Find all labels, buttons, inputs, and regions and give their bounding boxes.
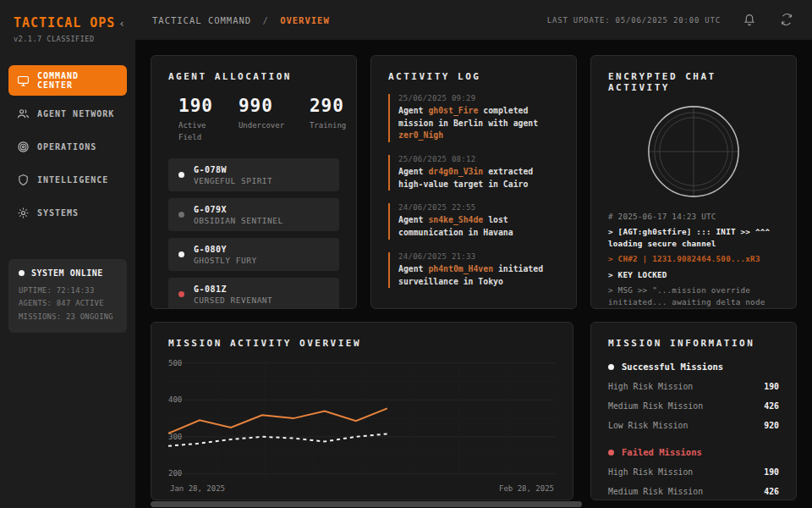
nav-label: OPERATIONS bbox=[37, 142, 96, 152]
stat-label: Undercover bbox=[239, 120, 284, 132]
last-update-text: LAST UPDATE: 05/06/2025 20:00 UTC bbox=[547, 16, 721, 25]
group-label: Successful Missions bbox=[622, 362, 723, 372]
agent-handle: gh0st_Fire bbox=[428, 106, 478, 115]
agent-codename: CURSED REVENANT bbox=[194, 295, 272, 305]
refresh-button[interactable] bbox=[780, 13, 795, 28]
mission-stat-label: Medium Risk Mission bbox=[608, 487, 703, 496]
card-title: AGENT ALLOCATION bbox=[168, 71, 339, 82]
agent-status-dot bbox=[178, 212, 184, 218]
target-icon bbox=[17, 141, 30, 153]
topbar: TACTICAL COMMAND / OVERVIEW LAST UPDATE:… bbox=[135, 0, 812, 40]
stat-undercover: 990 Undercover bbox=[239, 96, 284, 143]
nav-item-intelligence[interactable]: INTELLIGENCE bbox=[8, 164, 127, 195]
nav-label: INTELLIGENCE bbox=[37, 175, 108, 185]
log-entry: 25/06/2025 09:29 Agent gh0st_Fire comple… bbox=[388, 94, 559, 142]
chart-title: MISSION ACTIVITY OVERVIEW bbox=[168, 338, 556, 349]
mission-stat-row: Medium Risk Mission 426 bbox=[608, 487, 779, 496]
terminal-line: > MSG >> "...mission override initiated.… bbox=[608, 284, 779, 309]
stat-value: 290 bbox=[310, 96, 346, 116]
radar-graphic bbox=[608, 102, 779, 202]
nav-label: AGENT NETWORK bbox=[37, 109, 114, 119]
mission-stat-label: High Risk Mission bbox=[608, 467, 693, 477]
sidebar-nav: COMMAND CENTER AGENT NETWORK OPERATIONS … bbox=[8, 65, 127, 230]
bell-icon bbox=[743, 13, 756, 26]
x-axis-start-label: Jan 28, 2025 bbox=[170, 484, 225, 493]
users-icon bbox=[17, 108, 30, 120]
x-axis-end-label: Feb 28, 2025 bbox=[499, 484, 554, 493]
log-timestamp: 25/06/2025 08:12 bbox=[398, 155, 559, 163]
agent-code: G-080Y bbox=[194, 245, 257, 254]
nav-item-operations[interactable]: OPERATIONS bbox=[8, 131, 127, 162]
nav-label: SYSTEMS bbox=[37, 208, 79, 218]
sidebar-collapse-icon[interactable]: ‹ bbox=[118, 17, 125, 30]
log-entry: 24/06/2025 22:55 Agent sn4ke_Sh4de lost … bbox=[388, 203, 559, 239]
breadcrumb-current: OVERVIEW bbox=[280, 15, 330, 25]
terminal-line: > CH#2 | 1231.9082464.500...xR3 bbox=[608, 253, 779, 264]
log-entry: 25/06/2025 08:12 Agent dr4g0n_V3in extra… bbox=[388, 155, 559, 190]
activity-log-list[interactable]: 25/06/2025 09:29 Agent gh0st_Fire comple… bbox=[388, 94, 559, 293]
notifications-button[interactable] bbox=[743, 13, 758, 28]
log-message: Agent ph4nt0m_H4ven initiated surveillan… bbox=[398, 263, 559, 288]
agent-status-dot bbox=[178, 172, 184, 178]
nav-item-command-center[interactable]: COMMAND CENTER bbox=[8, 65, 127, 96]
terminal-line: > [AGT:gh0stfire] ::: INIT >> ^^^ loadin… bbox=[608, 226, 779, 249]
mission-stat-row: Medium Risk Mission 426 bbox=[608, 401, 779, 411]
agent-codename: GHOSTLY FURY bbox=[194, 256, 257, 265]
breadcrumb: TACTICAL COMMAND / OVERVIEW bbox=[152, 15, 330, 25]
failed-missions-header: Failed Missions bbox=[608, 447, 779, 457]
log-message: Agent sn4ke_Sh4de lost communication in … bbox=[398, 214, 559, 239]
missions-value: MISSIONS: 23 ONGOING bbox=[19, 311, 117, 323]
status-dot bbox=[608, 450, 614, 456]
x-axis-labels: Jan 28, 2025 Feb 28, 2025 bbox=[168, 481, 556, 493]
agent-row[interactable]: G-078W VENGEFUL SPIRIT bbox=[168, 158, 339, 191]
nav-item-systems[interactable]: SYSTEMS bbox=[8, 197, 127, 228]
stat-value: 190 bbox=[178, 96, 213, 116]
chart-plot-area bbox=[168, 357, 556, 481]
agent-status-dot bbox=[178, 291, 184, 297]
agent-list: G-078W VENGEFUL SPIRIT G-079X OBSIDIAN S… bbox=[168, 158, 339, 309]
mission-stat-row: High Risk Mission 190 bbox=[608, 467, 779, 477]
agent-code: G-081Z bbox=[194, 284, 272, 294]
mission-stat-value: 426 bbox=[764, 487, 779, 496]
refresh-icon bbox=[780, 13, 793, 26]
agent-row[interactable]: G-080Y GHOSTLY FURY bbox=[168, 238, 339, 271]
agent-row[interactable]: G-081Z CURSED REVENANT bbox=[168, 278, 339, 309]
terminal-feed: # 2025-06-17 14:23 UTC > [AGT:gh0stfire]… bbox=[608, 207, 779, 309]
successful-missions-header: Successful Missions bbox=[608, 362, 779, 372]
breadcrumb-root[interactable]: TACTICAL COMMAND bbox=[152, 15, 251, 25]
nav-item-agent-network[interactable]: AGENT NETWORK bbox=[8, 98, 127, 129]
agent-handle: sn4ke_Sh4de bbox=[428, 215, 483, 224]
card-title: ENCRYPTED CHAT ACTIVITY bbox=[608, 71, 779, 93]
sidebar: TACTICAL OPS v2.1.7 CLASSIFIED ‹ COMMAND… bbox=[0, 0, 135, 508]
mission-stat-label: Medium Risk Mission bbox=[608, 401, 703, 411]
mission-activity-chart-card: MISSION ACTIVITY OVERVIEW 500400300200 J… bbox=[151, 322, 573, 500]
log-entry: 24/06/2025 21:33 Agent ph4nt0m_H4ven ini… bbox=[388, 252, 559, 288]
line-chart[interactable]: 500400300200 bbox=[168, 357, 556, 481]
agent-codename: VENGEFUL SPIRIT bbox=[194, 176, 272, 185]
nav-label: COMMAND CENTER bbox=[37, 71, 118, 90]
agent-row[interactable]: G-079X OBSIDIAN SENTINEL bbox=[168, 198, 339, 231]
gear-icon bbox=[17, 207, 30, 219]
mission-stat-value: 426 bbox=[764, 401, 779, 411]
agent-handle: ph4nt0m_H4ven bbox=[428, 264, 493, 273]
stat-label: Training bbox=[310, 120, 346, 132]
y-axis-tick: 500 bbox=[168, 359, 182, 367]
agent-codename: OBSIDIAN SENTINEL bbox=[194, 216, 283, 225]
shield-icon bbox=[17, 174, 30, 186]
agent-status-dot bbox=[178, 251, 184, 257]
agent-allocation-card: AGENT ALLOCATION 190 Active Field 990 Un… bbox=[151, 55, 357, 309]
activity-log-card: ACTIVITY LOG 25/06/2025 09:29 Agent gh0s… bbox=[370, 55, 577, 309]
horizontal-scrollbar-thumb[interactable] bbox=[151, 501, 582, 507]
system-status-title: SYSTEM ONLINE bbox=[31, 268, 103, 278]
y-axis-tick: 200 bbox=[168, 469, 182, 478]
agent-handle: zer0_Nigh bbox=[398, 130, 443, 140]
log-timestamp: 25/06/2025 09:29 bbox=[398, 94, 559, 102]
uptime-value: UPTIME: 72:14:33 bbox=[19, 284, 117, 297]
log-message: Agent gh0st_Fire completed mission in Be… bbox=[398, 105, 559, 142]
mission-stat-value: 190 bbox=[764, 382, 779, 391]
monitor-icon bbox=[17, 75, 30, 87]
app-title: TACTICAL OPS bbox=[14, 15, 123, 30]
agent-code: G-078W bbox=[194, 165, 272, 174]
mission-stat-label: Low Risk Mission bbox=[608, 421, 688, 430]
dashboard-content: AGENT ALLOCATION 190 Active Field 990 Un… bbox=[135, 40, 812, 508]
